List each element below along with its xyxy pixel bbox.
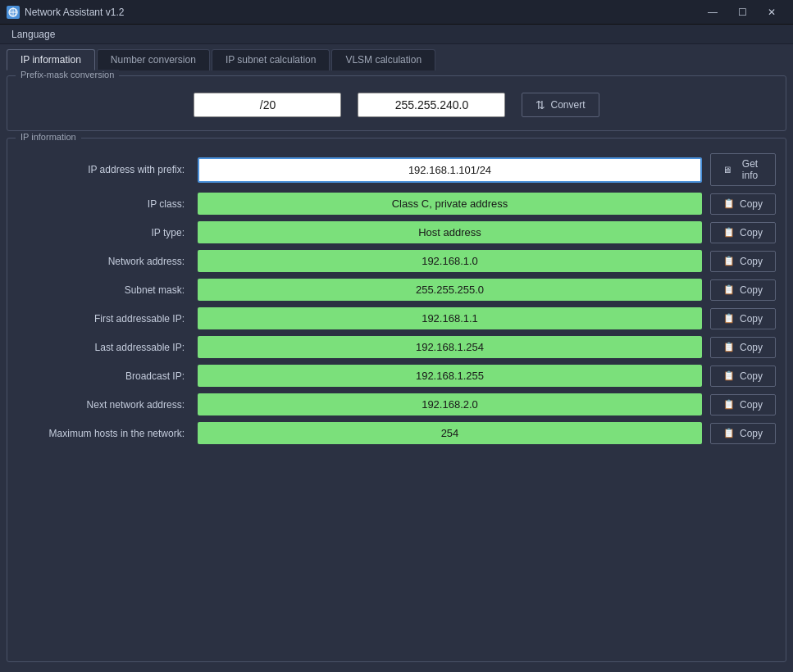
- window-controls: — ☐ ✕: [698, 0, 786, 25]
- value-last-ip: 192.168.1.254: [198, 336, 702, 358]
- table-row: First addressable IP: 192.168.1.1 📋 Copy: [17, 307, 776, 329]
- copy-label: Copy: [740, 227, 763, 238]
- copy-max-hosts-button[interactable]: 📋 Copy: [710, 423, 776, 444]
- ip-info-group: IP information IP address with prefix: 🖥…: [7, 138, 786, 662]
- value-ip-address-prefix[interactable]: [198, 157, 702, 183]
- menu-bar: Language: [0, 25, 793, 44]
- maximize-button[interactable]: ☐: [727, 0, 757, 25]
- label-ip-address-prefix: IP address with prefix:: [17, 164, 198, 175]
- label-next-network: Next network address:: [17, 399, 198, 411]
- copy-icon: 📋: [723, 227, 735, 238]
- copy-label: Copy: [740, 284, 763, 296]
- copy-label: Copy: [740, 256, 763, 267]
- copy-icon: 📋: [723, 342, 735, 352]
- get-info-label: Get info: [736, 158, 763, 181]
- copy-icon: 📋: [723, 399, 735, 410]
- label-last-ip: Last addressable IP:: [17, 342, 198, 353]
- copy-label: Copy: [740, 313, 763, 325]
- value-max-hosts: 254: [198, 422, 702, 444]
- copy-network-address-button[interactable]: 📋 Copy: [710, 251, 776, 272]
- prefix-mask-group: Prefix-mask conversion ⇅ Convert: [7, 75, 786, 131]
- table-row: IP type: Host address 📋 Copy: [17, 221, 776, 243]
- table-row: Last addressable IP: 192.168.1.254 📋 Cop…: [17, 336, 776, 358]
- copy-label: Copy: [740, 399, 763, 411]
- convert-label: Convert: [550, 99, 585, 111]
- ip-rows: IP address with prefix: 🖥 Get info IP cl…: [17, 147, 776, 444]
- value-ip-type: Host address: [198, 221, 702, 243]
- label-ip-class: IP class:: [17, 198, 198, 210]
- table-row: Broadcast IP: 192.168.1.255 📋 Copy: [17, 365, 776, 387]
- copy-subnet-mask-button[interactable]: 📋 Copy: [710, 279, 776, 301]
- ip-info-group-title: IP information: [16, 132, 81, 142]
- convert-icon: ⇅: [536, 98, 545, 111]
- table-row: IP address with prefix: 🖥 Get info: [17, 153, 776, 186]
- window-title: Network Assistant v1.2: [25, 7, 124, 18]
- label-broadcast-ip: Broadcast IP:: [17, 370, 198, 382]
- copy-icon: 📋: [723, 284, 735, 295]
- copy-first-ip-button[interactable]: 📋 Copy: [710, 308, 776, 329]
- minimize-button[interactable]: —: [698, 0, 727, 25]
- copy-label: Copy: [740, 370, 763, 382]
- copy-icon: 📋: [723, 370, 735, 381]
- copy-broadcast-ip-button[interactable]: 📋 Copy: [710, 366, 776, 387]
- get-info-button[interactable]: 🖥 Get info: [710, 153, 776, 186]
- app-icon: [7, 6, 20, 19]
- tabs-bar: IP information Number conversion IP subn…: [0, 44, 793, 70]
- table-row: IP class: Class C, private address 📋 Cop…: [17, 193, 776, 215]
- title-bar: Network Assistant v1.2 — ☐ ✕: [0, 0, 793, 25]
- table-row: Network address: 192.168.1.0 📋 Copy: [17, 250, 776, 272]
- value-network-address: 192.168.1.0: [198, 250, 702, 272]
- copy-label: Copy: [740, 342, 763, 353]
- copy-next-network-button[interactable]: 📋 Copy: [710, 394, 776, 415]
- label-first-ip: First addressable IP:: [17, 313, 198, 325]
- main-content: Prefix-mask conversion ⇅ Convert IP info…: [0, 70, 793, 669]
- tab-vlsm[interactable]: VLSM calculation: [331, 49, 435, 70]
- value-next-network: 192.168.2.0: [198, 393, 702, 415]
- table-row: Subnet mask: 255.255.255.0 📋 Copy: [17, 279, 776, 301]
- value-subnet-mask: 255.255.255.0: [198, 279, 702, 301]
- label-subnet-mask: Subnet mask:: [17, 284, 198, 296]
- title-bar-left: Network Assistant v1.2: [7, 6, 124, 19]
- table-row: Next network address: 192.168.2.0 📋 Copy: [17, 393, 776, 415]
- info-icon: 🖥: [722, 165, 731, 175]
- value-first-ip: 192.168.1.1: [198, 307, 702, 329]
- prefix-input[interactable]: [194, 93, 341, 117]
- copy-icon: 📋: [723, 256, 735, 266]
- tab-ip-information[interactable]: IP information: [7, 49, 95, 70]
- copy-last-ip-button[interactable]: 📋 Copy: [710, 337, 776, 358]
- copy-icon: 📋: [723, 313, 735, 324]
- label-max-hosts: Maximum hosts in the network:: [17, 428, 198, 439]
- value-ip-class: Class C, private address: [198, 193, 702, 215]
- conversion-row: ⇅ Convert: [17, 84, 776, 120]
- copy-label: Copy: [740, 428, 763, 439]
- menu-language[interactable]: Language: [3, 27, 63, 42]
- copy-label: Copy: [740, 198, 763, 210]
- label-ip-type: IP type:: [17, 227, 198, 238]
- label-network-address: Network address:: [17, 256, 198, 267]
- tab-ip-subnet[interactable]: IP subnet calculation: [212, 49, 330, 70]
- table-row: Maximum hosts in the network: 254 📋 Copy: [17, 422, 776, 444]
- copy-icon: 📋: [723, 198, 735, 209]
- tab-number-conversion[interactable]: Number conversion: [97, 49, 210, 70]
- mask-input[interactable]: [358, 93, 505, 117]
- copy-icon: 📋: [723, 428, 735, 438]
- copy-ip-type-button[interactable]: 📋 Copy: [710, 222, 776, 243]
- copy-ip-class-button[interactable]: 📋 Copy: [710, 193, 776, 215]
- prefix-mask-group-title: Prefix-mask conversion: [16, 70, 119, 79]
- value-broadcast-ip: 192.168.1.255: [198, 365, 702, 387]
- close-button[interactable]: ✕: [757, 0, 786, 25]
- convert-button[interactable]: ⇅ Convert: [522, 93, 599, 117]
